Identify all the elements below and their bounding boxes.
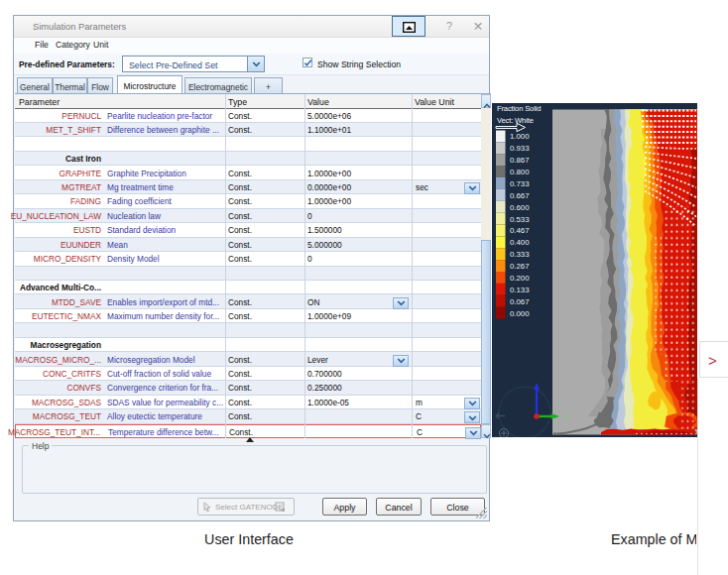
svg-text:0.200: 0.200 [510, 274, 530, 283]
svg-text:0.933: 0.933 [510, 144, 530, 153]
svg-text:0.133: 0.133 [510, 286, 530, 294]
svg-text:Fraction Solid: Fraction Solid [497, 104, 541, 113]
svg-text:0.800: 0.800 [510, 168, 530, 176]
svg-text:0.467: 0.467 [510, 226, 530, 235]
svg-text:0.533: 0.533 [510, 215, 530, 224]
svg-text:0.267: 0.267 [510, 262, 530, 271]
svg-text:0.733: 0.733 [510, 179, 530, 188]
svg-text:Vect: White: Vect: White [497, 116, 534, 125]
svg-text:0.400: 0.400 [510, 238, 530, 247]
svg-text:0.067: 0.067 [510, 297, 530, 306]
svg-text:0.000: 0.000 [510, 309, 530, 318]
svg-text:0.333: 0.333 [510, 250, 530, 259]
svg-text:1.000: 1.000 [510, 132, 530, 141]
svg-text:0.600: 0.600 [510, 203, 530, 212]
svg-text:0.867: 0.867 [510, 156, 530, 165]
svg-text:0.667: 0.667 [510, 191, 530, 200]
